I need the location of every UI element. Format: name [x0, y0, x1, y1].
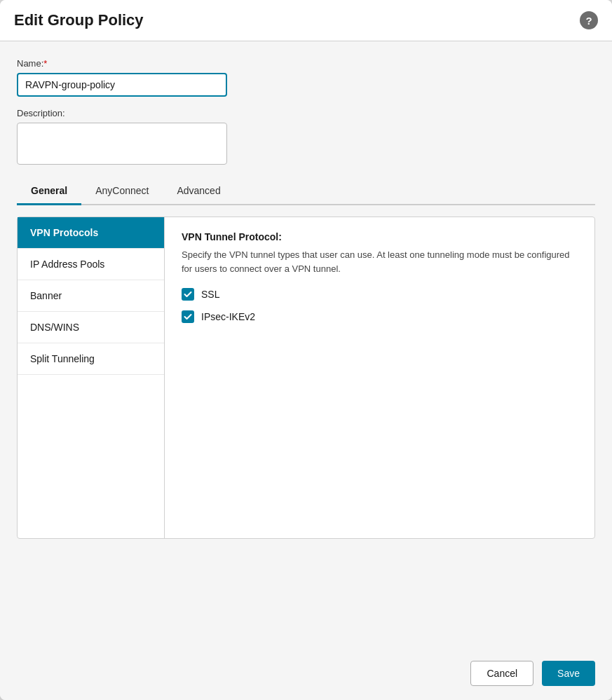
name-field-group: Name:*	[17, 58, 595, 97]
dialog-body: Name:* Description: General AnyConnect A…	[0, 41, 612, 647]
ipsec-ikev2-checkbox[interactable]	[182, 310, 194, 323]
tab-advanced[interactable]: Advanced	[163, 178, 234, 205]
ipsec-checkbox-row: IPsec-IKEv2	[182, 310, 578, 323]
sidebar-item-vpn-protocols[interactable]: VPN Protocols	[18, 217, 164, 249]
dialog-footer: Cancel Save	[0, 647, 612, 700]
ssl-label: SSL	[201, 289, 219, 300]
save-button[interactable]: Save	[542, 661, 595, 686]
section-title: VPN Tunnel Protocol:	[182, 231, 578, 242]
sidebar-item-split-tunneling[interactable]: Split Tunneling	[18, 343, 164, 375]
cancel-button[interactable]: Cancel	[470, 661, 533, 686]
help-icon[interactable]: ?	[580, 11, 598, 29]
tabs-container: General AnyConnect Advanced	[17, 178, 595, 205]
name-label: Name:*	[17, 58, 595, 69]
description-label: Description:	[17, 108, 595, 118]
dialog-title: Edit Group Policy	[14, 11, 144, 29]
content-area: VPN Protocols IP Address Pools Banner DN…	[17, 217, 595, 539]
description-field-group: Description:	[17, 108, 595, 167]
tab-general[interactable]: General	[17, 178, 81, 205]
description-input[interactable]	[17, 123, 227, 165]
ipsec-ikev2-label: IPsec-IKEv2	[201, 311, 255, 322]
ssl-checkbox-row: SSL	[182, 288, 578, 301]
sidebar-item-dns-wins[interactable]: DNS/WINS	[18, 312, 164, 343]
name-input[interactable]	[17, 73, 227, 97]
sidebar-item-ip-address-pools[interactable]: IP Address Pools	[18, 249, 164, 280]
section-description: Specify the VPN tunnel types that user c…	[182, 248, 578, 275]
edit-group-policy-dialog: Edit Group Policy ? Name:* Description: …	[0, 0, 612, 700]
dialog-header: Edit Group Policy ?	[0, 0, 612, 41]
sidebar: VPN Protocols IP Address Pools Banner DN…	[18, 217, 165, 538]
tab-anyconnect[interactable]: AnyConnect	[81, 178, 163, 205]
sidebar-item-banner[interactable]: Banner	[18, 280, 164, 312]
ssl-checkbox[interactable]	[182, 288, 194, 301]
main-panel: VPN Tunnel Protocol: Specify the VPN tun…	[165, 217, 594, 538]
